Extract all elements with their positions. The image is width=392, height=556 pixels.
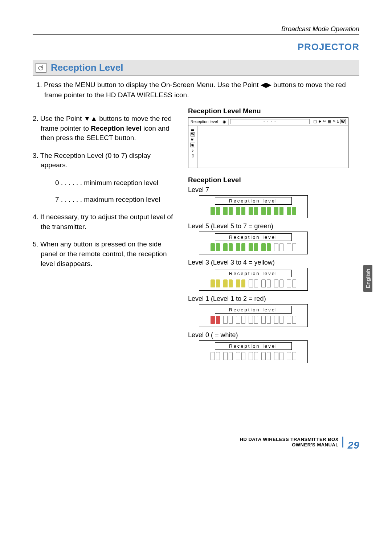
trash-icon: ▯ [192,154,194,158]
bar-segment [241,243,246,251]
slider-icon: ⚌ [191,127,195,131]
hand-icon: ☛ [191,138,195,142]
bar-segment [249,316,253,324]
level-7-caption: Level 7 [188,186,359,194]
running-header: Broadcast Mode Operation [33,25,359,33]
level-3-box: Reception level [199,268,308,291]
bar-segment [211,316,215,324]
menu-heading: Reception Level Menu [188,107,359,115]
menu-dashes: - - - - [230,119,310,124]
step-3-min: 0 . . . . . . minimum reception level [33,178,178,188]
bar-segment [223,243,228,251]
bar-segment [216,352,220,360]
step-2: 2. Use the Point ▼▲ buttons to move the … [33,114,178,143]
bar-segment [229,243,233,251]
step-4: 4. If necessary, try to adjust the outpu… [33,212,178,232]
image-icon: ▦ [327,119,331,124]
page-number: 29 [345,440,359,451]
bar-segment [229,352,233,360]
level-5-bars [203,243,304,251]
menu-sidebar-icons: ⚌ W ☛ ◉ ♪ ▯ [188,126,197,168]
level-3-row: Level 3 (Level 3 to 4 = yellow) Receptio… [188,259,359,291]
dish-icon [36,63,46,73]
step-2-bold: Reception level [91,124,141,132]
pen-icon: ✎ [332,119,336,124]
bar-segment [292,207,297,215]
bar-segment [261,316,266,324]
step-5: 5. When any button is pressed on the sid… [33,240,178,269]
bar-segment [292,243,297,251]
bar-segment [287,316,291,324]
screen-icon: ▢ [313,119,317,124]
bar-segment [274,243,278,251]
bar-segment [216,279,220,287]
level-5-caption: Level 5 (Level 5 to 7 = green) [188,222,359,230]
bar-segment [261,207,266,215]
bar-segment [249,352,253,360]
bar-segment [241,316,246,324]
bar-segment [229,207,233,215]
box-title-7: Reception level [215,197,292,205]
bar-segment [261,243,266,251]
language-tab: English [363,265,372,292]
bar-segment [279,243,284,251]
w-icon: W [340,119,346,124]
bar-segment [236,243,240,251]
bar-segment [267,243,271,251]
bar-segment [287,352,291,360]
bar-segment [261,352,266,360]
top-rule [33,34,359,35]
bar-segment [211,207,215,215]
bar-segment [236,207,240,215]
bar-segment [274,279,278,287]
svg-point-1 [42,65,43,66]
bar-segment [211,243,215,251]
bar-segment [236,352,240,360]
bar-segment [279,207,284,215]
page-footer: HD DATA WIRELESS TRANSMITTER BOX OWNER'S… [33,437,359,451]
bar-segment [249,279,253,287]
bar-segment [287,243,291,251]
level-7-row: Level 7 Reception level [188,186,359,218]
step-3: 3. The Reception Level (0 to 7) display … [33,151,178,170]
bar-segment [236,279,240,287]
bar-segment [229,316,233,324]
bar-segment [216,316,220,324]
note-icon: ♪ [192,148,194,152]
bar-segment [261,279,266,287]
reception-menu-figure: Reception level ◉ - - - - ▢ ♣ ✄ ▦ ✎ ℹ W [188,117,348,168]
bar-segment [249,207,253,215]
section-header: Reception Level [33,60,359,76]
level-0-box: Reception level [199,340,308,363]
bar-segment [274,207,278,215]
bar-segment [211,352,215,360]
bar-segment [254,207,258,215]
bar-segment [241,207,246,215]
bar-segment [241,352,246,360]
level-7-bars [203,207,304,215]
menu-topbar: Reception level ◉ - - - - ▢ ♣ ✄ ▦ ✎ ℹ W [188,118,348,126]
level-5-box: Reception level [199,232,308,254]
footer-manual: OWNER'S MANUAL [292,442,339,447]
bar-segment [254,279,258,287]
box-title-0: Reception level [215,342,292,350]
level-5-row: Level 5 (Level 5 to 7 = green) Reception… [188,222,359,254]
bar-segment [287,207,291,215]
bar-segment [292,316,297,324]
cut-icon: ✄ [323,119,326,124]
bar-segment [279,279,284,287]
bar-segment [249,243,253,251]
bar-segment [274,316,278,324]
bar-segment [236,316,240,324]
level-1-row: Level 1 (Level 1 to 2 = red) Reception l… [188,295,359,327]
bar-segment [279,316,284,324]
level-0-bars [203,352,304,360]
bar-segment [254,243,258,251]
step-1: 1. Press the MENU button to display the … [36,80,359,100]
level-1-bars [203,316,304,324]
bar-segment [241,279,246,287]
box-title-1: Reception level [215,306,292,314]
bar-segment [267,352,271,360]
bar-segment [267,316,271,324]
level-1-box: Reception level [199,304,308,327]
